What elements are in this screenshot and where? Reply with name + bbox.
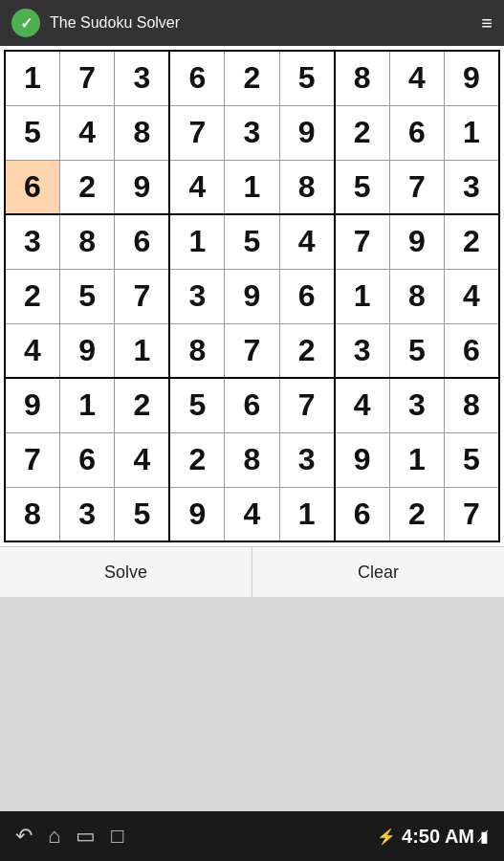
cell-1-3[interactable]: 7 [169, 105, 224, 160]
cell-5-2[interactable]: 1 [115, 323, 169, 378]
cell-0-8[interactable]: 9 [445, 51, 500, 105]
menu-icon[interactable]: ≡ [481, 12, 493, 34]
cell-7-2[interactable]: 4 [115, 432, 169, 487]
cell-8-6[interactable]: 6 [335, 487, 389, 541]
usb-icon: ⚡ [377, 828, 396, 846]
cell-7-0[interactable]: 7 [5, 432, 59, 487]
cell-3-4[interactable]: 5 [225, 214, 279, 269]
cell-6-1[interactable]: 1 [59, 378, 114, 432]
battery-icon: ▮̸ [480, 828, 489, 846]
cell-3-8[interactable]: 2 [445, 214, 500, 269]
cell-6-8[interactable]: 8 [445, 378, 500, 432]
cell-1-7[interactable]: 6 [389, 105, 444, 160]
cell-1-8[interactable]: 1 [445, 105, 500, 160]
cell-2-2[interactable]: 9 [115, 160, 169, 214]
cell-3-1[interactable]: 8 [59, 214, 114, 269]
grid-container: 1736258495487392616294185733861547922573… [0, 46, 504, 546]
cell-7-8[interactable]: 5 [445, 432, 500, 487]
cell-2-5[interactable]: 8 [279, 160, 334, 214]
button-row: Solve Clear [0, 546, 504, 596]
cell-2-0[interactable]: 6 [5, 160, 59, 214]
top-bar: ✓ The Sudoku Solver ≡ [0, 0, 504, 46]
cell-4-3[interactable]: 3 [169, 269, 224, 323]
cell-2-3[interactable]: 4 [169, 160, 224, 214]
cell-6-7[interactable]: 3 [389, 378, 444, 432]
bottom-nav-right: ⚡ 4:50 AM ▮̸ [377, 826, 489, 848]
cell-8-0[interactable]: 8 [5, 487, 59, 541]
cell-5-8[interactable]: 6 [445, 323, 500, 378]
cell-6-4[interactable]: 6 [225, 378, 279, 432]
cell-7-3[interactable]: 2 [169, 432, 224, 487]
cell-2-7[interactable]: 7 [389, 160, 444, 214]
cell-8-4[interactable]: 4 [225, 487, 279, 541]
cell-7-6[interactable]: 9 [335, 432, 389, 487]
cell-0-1[interactable]: 7 [59, 51, 114, 105]
recents-icon[interactable]: ▭ [76, 824, 96, 849]
cell-8-3[interactable]: 9 [169, 487, 224, 541]
cell-7-7[interactable]: 1 [389, 432, 444, 487]
cell-6-0[interactable]: 9 [5, 378, 59, 432]
cell-3-7[interactable]: 9 [389, 214, 444, 269]
cell-6-6[interactable]: 4 [335, 378, 389, 432]
cell-6-5[interactable]: 7 [279, 378, 334, 432]
cell-8-5[interactable]: 1 [279, 487, 334, 541]
cell-4-7[interactable]: 8 [389, 269, 444, 323]
cell-7-1[interactable]: 6 [59, 432, 114, 487]
clear-button[interactable]: Clear [252, 547, 504, 597]
cell-0-7[interactable]: 4 [389, 51, 444, 105]
cell-3-0[interactable]: 3 [5, 214, 59, 269]
cell-4-5[interactable]: 6 [279, 269, 334, 323]
cell-6-3[interactable]: 5 [169, 378, 224, 432]
home-icon[interactable]: ⌂ [48, 824, 60, 849]
cell-0-5[interactable]: 5 [279, 51, 334, 105]
cell-4-1[interactable]: 5 [59, 269, 114, 323]
cell-1-4[interactable]: 3 [225, 105, 279, 160]
cell-1-5[interactable]: 9 [279, 105, 334, 160]
cell-8-2[interactable]: 5 [115, 487, 169, 541]
cell-2-1[interactable]: 2 [59, 160, 114, 214]
bottom-bar: ↶ ⌂ ▭ □ ⚡ 4:50 AM ▮̸ [0, 811, 504, 861]
bottom-nav-left: ↶ ⌂ ▭ □ [15, 824, 124, 849]
cell-1-0[interactable]: 5 [5, 105, 59, 160]
app-icon: ✓ [11, 9, 40, 37]
cell-0-2[interactable]: 3 [115, 51, 169, 105]
cell-8-7[interactable]: 2 [389, 487, 444, 541]
cell-1-2[interactable]: 8 [115, 105, 169, 160]
cell-3-5[interactable]: 4 [279, 214, 334, 269]
cell-1-1[interactable]: 4 [59, 105, 114, 160]
cell-3-3[interactable]: 1 [169, 214, 224, 269]
cell-5-0[interactable]: 4 [5, 323, 59, 378]
cell-5-6[interactable]: 3 [335, 323, 389, 378]
cell-1-6[interactable]: 2 [335, 105, 389, 160]
cell-2-6[interactable]: 5 [335, 160, 389, 214]
cell-2-4[interactable]: 1 [225, 160, 279, 214]
cell-5-5[interactable]: 2 [279, 323, 334, 378]
cell-5-4[interactable]: 7 [225, 323, 279, 378]
cell-3-2[interactable]: 6 [115, 214, 169, 269]
cell-6-2[interactable]: 2 [115, 378, 169, 432]
cell-5-3[interactable]: 8 [169, 323, 224, 378]
gray-area [0, 596, 504, 816]
back-icon[interactable]: ↶ [15, 824, 33, 849]
cell-2-8[interactable]: 3 [445, 160, 500, 214]
cell-0-3[interactable]: 6 [169, 51, 224, 105]
cell-0-0[interactable]: 1 [5, 51, 59, 105]
cell-7-5[interactable]: 3 [279, 432, 334, 487]
cell-7-4[interactable]: 8 [225, 432, 279, 487]
cell-8-1[interactable]: 3 [59, 487, 114, 541]
cell-3-6[interactable]: 7 [335, 214, 389, 269]
cell-5-1[interactable]: 9 [59, 323, 114, 378]
screenshot-icon[interactable]: □ [111, 824, 123, 849]
cell-4-6[interactable]: 1 [335, 269, 389, 323]
cell-4-2[interactable]: 7 [115, 269, 169, 323]
solve-button[interactable]: Solve [0, 547, 252, 597]
top-bar-left: ✓ The Sudoku Solver [11, 9, 180, 37]
cell-4-0[interactable]: 2 [5, 269, 59, 323]
cell-4-4[interactable]: 9 [225, 269, 279, 323]
cell-0-4[interactable]: 2 [225, 51, 279, 105]
sudoku-grid: 1736258495487392616294185733861547922573… [4, 50, 500, 542]
cell-4-8[interactable]: 4 [445, 269, 500, 323]
cell-0-6[interactable]: 8 [335, 51, 389, 105]
cell-5-7[interactable]: 5 [389, 323, 444, 378]
cell-8-8[interactable]: 7 [445, 487, 500, 541]
